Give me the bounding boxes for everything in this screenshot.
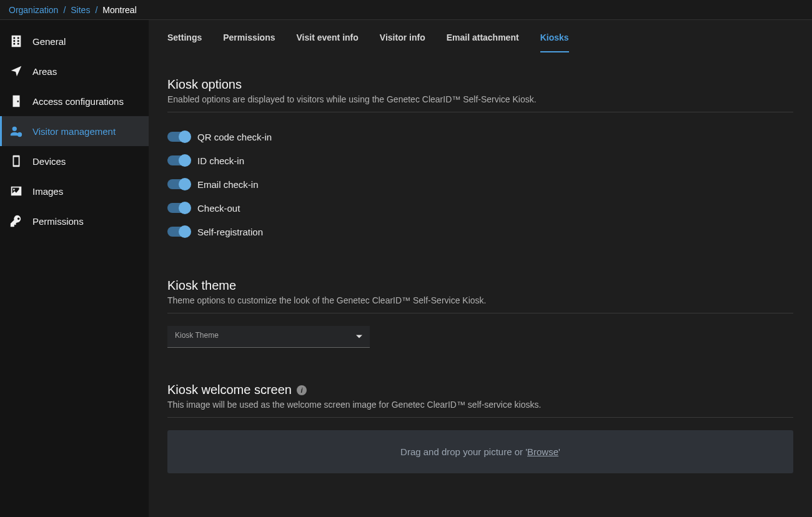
sidebar-item-label: Images	[32, 186, 63, 197]
kiosk-welcome-title-text: Kiosk welcome screen	[167, 383, 292, 397]
kiosk-options-title: Kiosk options	[167, 77, 793, 92]
toggle-label: QR code check-in	[197, 132, 272, 142]
sidebar: General Areas Access configurations Visi…	[0, 20, 149, 517]
kiosk-options-desc: Enabled options are displayed to visitor…	[167, 94, 793, 112]
sidebar-item-permissions[interactable]: Permissions	[0, 206, 149, 236]
kiosk-welcome-title: Kiosk welcome screen i	[167, 383, 793, 397]
sidebar-item-label: Visitor management	[32, 126, 116, 137]
sidebar-item-images[interactable]: Images	[0, 176, 149, 206]
location-arrow-icon	[9, 64, 24, 79]
breadcrumb-organization[interactable]: Organization	[9, 5, 58, 15]
welcome-image-dropzone[interactable]: Drag and drop your picture or 'Browse'	[167, 430, 793, 473]
toggle-id-checkin[interactable]	[167, 155, 190, 165]
toggle-row-email: Email check-in	[167, 172, 793, 196]
kiosk-theme-section: Kiosk theme Theme options to customize t…	[167, 278, 793, 348]
kiosk-theme-select[interactable]: Kiosk Theme	[167, 326, 370, 348]
tab-permissions[interactable]: Permissions	[223, 32, 275, 52]
sidebar-item-label: Areas	[32, 66, 57, 77]
door-icon	[9, 94, 24, 109]
sidebar-item-label: General	[32, 36, 66, 47]
sidebar-item-areas[interactable]: Areas	[0, 56, 149, 86]
toggle-row-id: ID check-in	[167, 149, 793, 172]
sidebar-item-devices[interactable]: Devices	[0, 146, 149, 176]
tabs: Settings Permissions Visit event info Vi…	[167, 32, 793, 52]
kiosk-theme-desc: Theme options to customize the look of t…	[167, 295, 793, 313]
toggle-self-registration[interactable]	[167, 227, 190, 237]
image-icon	[9, 184, 24, 199]
tab-settings[interactable]: Settings	[167, 32, 202, 52]
smartphone-icon	[9, 154, 24, 169]
tab-email-attachment[interactable]: Email attachment	[447, 32, 519, 52]
kiosk-options-section: Kiosk options Enabled options are displa…	[167, 77, 793, 244]
toggle-checkout[interactable]	[167, 203, 190, 213]
breadcrumb-separator-icon: /	[95, 5, 97, 15]
tab-visitor-info[interactable]: Visitor info	[380, 32, 425, 52]
main-content: Settings Permissions Visit event info Vi…	[149, 20, 812, 517]
kiosk-welcome-desc: This image will be used as the welcome s…	[167, 400, 793, 418]
breadcrumb-separator-icon: /	[63, 5, 66, 15]
toggle-row-selfreg: Self-registration	[167, 220, 793, 244]
breadcrumb-current: Montreal	[102, 5, 136, 15]
toggle-label: Check-out	[197, 203, 240, 214]
sidebar-item-access-configurations[interactable]: Access configurations	[0, 86, 149, 116]
sidebar-item-general[interactable]: General	[0, 26, 149, 56]
dropzone-text-suffix: '	[558, 446, 560, 457]
toggle-row-checkout: Check-out	[167, 196, 793, 220]
breadcrumb-sites[interactable]: Sites	[71, 5, 90, 15]
toggle-qr-checkin[interactable]	[167, 132, 190, 142]
toggle-row-qr: QR code check-in	[167, 125, 793, 149]
toggle-label: Self-registration	[197, 227, 263, 237]
toggle-label: Email check-in	[197, 179, 259, 190]
sidebar-item-visitor-management[interactable]: Visitor management	[0, 116, 149, 146]
browse-link[interactable]: Browse	[527, 446, 558, 457]
sidebar-item-label: Devices	[32, 156, 66, 167]
toggle-email-checkin[interactable]	[167, 179, 190, 189]
dropzone-text-prefix: Drag and drop your picture or '	[400, 446, 527, 457]
info-icon[interactable]: i	[297, 385, 307, 395]
breadcrumb: Organization / Sites / Montreal	[0, 0, 812, 20]
tab-kiosks[interactable]: Kiosks	[540, 32, 569, 52]
kiosk-welcome-section: Kiosk welcome screen i This image will b…	[167, 383, 793, 473]
kiosk-theme-title: Kiosk theme	[167, 278, 793, 293]
person-clock-icon	[9, 124, 24, 139]
sidebar-item-label: Permissions	[32, 216, 84, 227]
tab-visit-event-info[interactable]: Visit event info	[297, 32, 359, 52]
chevron-down-icon	[356, 335, 362, 338]
select-label: Kiosk Theme	[175, 331, 362, 340]
key-icon	[9, 214, 24, 229]
sidebar-item-label: Access configurations	[32, 96, 124, 107]
building-icon	[9, 34, 24, 49]
toggle-label: ID check-in	[197, 155, 244, 166]
